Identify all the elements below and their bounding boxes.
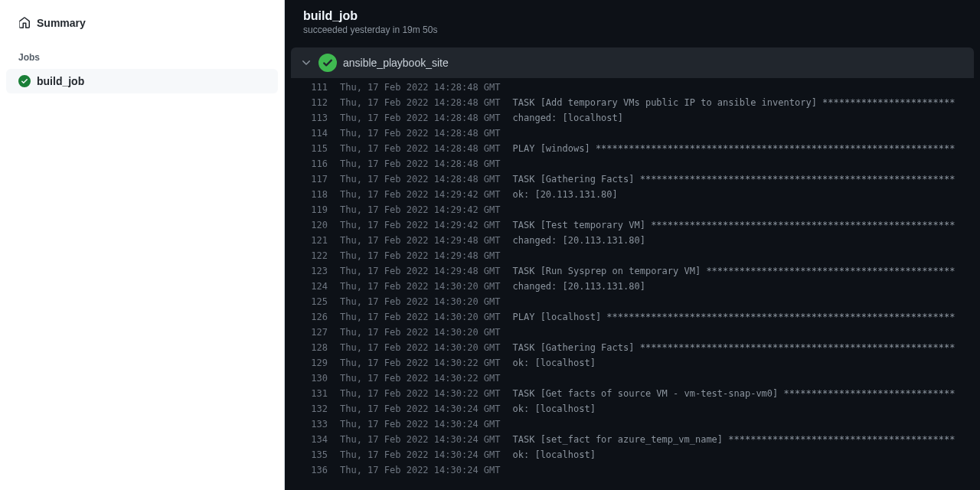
line-text: [501, 371, 513, 386]
log-output[interactable]: 111Thu, 17 Feb 2022 14:28:48 GMT112Thu, …: [285, 78, 980, 490]
line-text: [501, 416, 513, 432]
line-number: 112: [291, 95, 328, 110]
log-line: 135Thu, 17 Feb 2022 14:30:24 GMTok: [loc…: [291, 447, 974, 462]
line-timestamp: Thu, 17 Feb 2022 14:28:48 GMT: [328, 172, 501, 187]
line-text: ok: [localhost]: [501, 447, 596, 462]
line-timestamp: Thu, 17 Feb 2022 14:28:48 GMT: [328, 156, 501, 172]
line-number: 111: [291, 80, 328, 95]
log-line: 114Thu, 17 Feb 2022 14:28:48 GMT: [291, 126, 974, 141]
line-number: 115: [291, 141, 328, 156]
line-timestamp: Thu, 17 Feb 2022 14:30:20 GMT: [328, 279, 501, 294]
line-text: ok: [localhost]: [501, 401, 596, 416]
line-timestamp: Thu, 17 Feb 2022 14:30:24 GMT: [328, 401, 501, 416]
log-line: 112Thu, 17 Feb 2022 14:28:48 GMTTASK [Ad…: [291, 95, 974, 110]
line-text: [501, 126, 513, 141]
log-line: 121Thu, 17 Feb 2022 14:29:48 GMTchanged:…: [291, 233, 974, 248]
line-timestamp: Thu, 17 Feb 2022 14:30:24 GMT: [328, 432, 501, 447]
check-circle-icon: [318, 54, 337, 72]
line-text: changed: [localhost]: [501, 110, 624, 126]
log-line: 125Thu, 17 Feb 2022 14:30:20 GMT: [291, 294, 974, 309]
line-text: TASK [Run Sysprep on temporary VM] *****…: [501, 263, 956, 279]
job-header: build_job succeeded yesterday in 19m 50s: [285, 0, 980, 47]
log-line: 119Thu, 17 Feb 2022 14:29:42 GMT: [291, 202, 974, 217]
line-number: 116: [291, 156, 328, 172]
line-timestamp: Thu, 17 Feb 2022 14:30:20 GMT: [328, 294, 501, 309]
line-number: 131: [291, 386, 328, 401]
line-number: 134: [291, 432, 328, 447]
summary-label: Summary: [37, 17, 86, 29]
line-timestamp: Thu, 17 Feb 2022 14:30:22 GMT: [328, 386, 501, 401]
line-timestamp: Thu, 17 Feb 2022 14:30:20 GMT: [328, 325, 501, 340]
log-line: 123Thu, 17 Feb 2022 14:29:48 GMTTASK [Ru…: [291, 263, 974, 279]
line-timestamp: Thu, 17 Feb 2022 14:28:48 GMT: [328, 126, 501, 141]
job-title: build_job: [303, 9, 962, 23]
log-line: 127Thu, 17 Feb 2022 14:30:20 GMT: [291, 325, 974, 340]
line-timestamp: Thu, 17 Feb 2022 14:29:42 GMT: [328, 217, 501, 233]
line-number: 114: [291, 126, 328, 141]
line-timestamp: Thu, 17 Feb 2022 14:30:24 GMT: [328, 462, 501, 478]
line-timestamp: Thu, 17 Feb 2022 14:29:48 GMT: [328, 263, 501, 279]
log-line: 126Thu, 17 Feb 2022 14:30:20 GMTPLAY [lo…: [291, 309, 974, 325]
line-number: 120: [291, 217, 328, 233]
line-text: [501, 294, 513, 309]
line-text: PLAY [windows] *************************…: [501, 141, 956, 156]
log-line: 120Thu, 17 Feb 2022 14:29:42 GMTTASK [Te…: [291, 217, 974, 233]
log-line: 136Thu, 17 Feb 2022 14:30:24 GMT: [291, 462, 974, 478]
line-number: 119: [291, 202, 328, 217]
check-circle-icon: [18, 75, 31, 87]
line-text: changed: [20.113.131.80]: [501, 279, 645, 294]
line-number: 136: [291, 462, 328, 478]
log-line: 131Thu, 17 Feb 2022 14:30:22 GMTTASK [Ge…: [291, 386, 974, 401]
log-line: 117Thu, 17 Feb 2022 14:28:48 GMTTASK [Ga…: [291, 172, 974, 187]
log-line: 118Thu, 17 Feb 2022 14:29:42 GMTok: [20.…: [291, 187, 974, 202]
home-icon: [18, 17, 31, 29]
log-line: 115Thu, 17 Feb 2022 14:28:48 GMTPLAY [wi…: [291, 141, 974, 156]
line-text: TASK [set_fact for azure_temp_vm_name] *…: [501, 432, 956, 447]
line-number: 121: [291, 233, 328, 248]
line-timestamp: Thu, 17 Feb 2022 14:30:22 GMT: [328, 371, 501, 386]
line-number: 118: [291, 187, 328, 202]
log-line: 113Thu, 17 Feb 2022 14:28:48 GMTchanged:…: [291, 110, 974, 126]
line-text: [501, 202, 513, 217]
line-timestamp: Thu, 17 Feb 2022 14:28:48 GMT: [328, 80, 501, 95]
sidebar-job-item[interactable]: build_job: [6, 69, 278, 93]
line-text: TASK [Test temporary VM] ***************…: [501, 217, 956, 233]
line-number: 129: [291, 355, 328, 371]
log-line: 130Thu, 17 Feb 2022 14:30:22 GMT: [291, 371, 974, 386]
line-number: 123: [291, 263, 328, 279]
line-timestamp: Thu, 17 Feb 2022 14:29:42 GMT: [328, 187, 501, 202]
line-number: 117: [291, 172, 328, 187]
line-timestamp: Thu, 17 Feb 2022 14:29:42 GMT: [328, 202, 501, 217]
log-line: 124Thu, 17 Feb 2022 14:30:20 GMTchanged:…: [291, 279, 974, 294]
line-text: ok: [localhost]: [501, 355, 596, 371]
log-line: 133Thu, 17 Feb 2022 14:30:24 GMT: [291, 416, 974, 432]
line-text: TASK [Gathering Facts] *****************…: [501, 340, 956, 355]
line-timestamp: Thu, 17 Feb 2022 14:28:48 GMT: [328, 110, 501, 126]
line-text: PLAY [localhost] ***********************…: [501, 309, 956, 325]
line-number: 122: [291, 248, 328, 263]
line-number: 133: [291, 416, 328, 432]
line-number: 127: [291, 325, 328, 340]
log-line: 128Thu, 17 Feb 2022 14:30:20 GMTTASK [Ga…: [291, 340, 974, 355]
line-timestamp: Thu, 17 Feb 2022 14:30:20 GMT: [328, 309, 501, 325]
line-text: [501, 462, 513, 478]
line-text: [501, 248, 513, 263]
line-timestamp: Thu, 17 Feb 2022 14:30:22 GMT: [328, 355, 501, 371]
jobs-heading: Jobs: [6, 46, 278, 69]
summary-link[interactable]: Summary: [6, 12, 278, 34]
line-timestamp: Thu, 17 Feb 2022 14:29:48 GMT: [328, 248, 501, 263]
line-text: [501, 156, 513, 172]
line-text: ok: [20.113.131.80]: [501, 187, 618, 202]
step-header[interactable]: ansible_playbook_site: [291, 47, 974, 78]
line-timestamp: Thu, 17 Feb 2022 14:30:24 GMT: [328, 447, 501, 462]
job-subtitle: succeeded yesterday in 19m 50s: [303, 24, 962, 35]
log-line: 122Thu, 17 Feb 2022 14:29:48 GMT: [291, 248, 974, 263]
line-number: 128: [291, 340, 328, 355]
line-number: 132: [291, 401, 328, 416]
line-timestamp: Thu, 17 Feb 2022 14:30:24 GMT: [328, 416, 501, 432]
line-number: 135: [291, 447, 328, 462]
line-timestamp: Thu, 17 Feb 2022 14:28:48 GMT: [328, 95, 501, 110]
main: build_job succeeded yesterday in 19m 50s…: [285, 0, 980, 490]
line-timestamp: Thu, 17 Feb 2022 14:30:20 GMT: [328, 340, 501, 355]
log-line: 111Thu, 17 Feb 2022 14:28:48 GMT: [291, 80, 974, 95]
